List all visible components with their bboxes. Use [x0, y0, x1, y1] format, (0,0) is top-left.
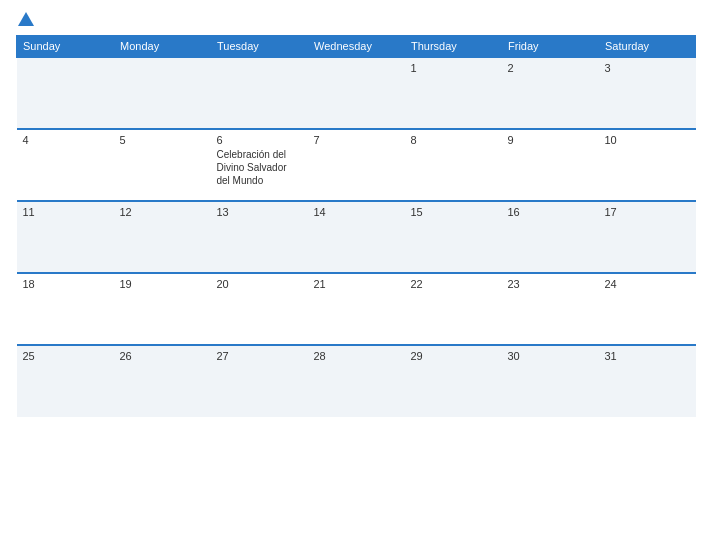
day-number: 2: [508, 62, 593, 74]
calendar-cell: 4: [17, 129, 114, 201]
calendar-cell: 25: [17, 345, 114, 417]
calendar-cell: 30: [502, 345, 599, 417]
day-number: 6: [217, 134, 302, 146]
calendar-cell: 15: [405, 201, 502, 273]
week-row-2: 456Celebración del Divino Salvador del M…: [17, 129, 696, 201]
day-number: 25: [23, 350, 108, 362]
calendar-cell: 26: [114, 345, 211, 417]
day-number: 23: [508, 278, 593, 290]
calendar-cell: 9: [502, 129, 599, 201]
calendar-cell: 29: [405, 345, 502, 417]
calendar-cell: [114, 57, 211, 129]
day-number: 15: [411, 206, 496, 218]
day-number: 16: [508, 206, 593, 218]
weekday-sunday: Sunday: [17, 36, 114, 58]
weekday-wednesday: Wednesday: [308, 36, 405, 58]
day-number: 24: [605, 278, 690, 290]
calendar-cell: 24: [599, 273, 696, 345]
day-number: 1: [411, 62, 496, 74]
day-number: 17: [605, 206, 690, 218]
day-number: 8: [411, 134, 496, 146]
day-number: 21: [314, 278, 399, 290]
calendar-cell: 19: [114, 273, 211, 345]
calendar-cell: 10: [599, 129, 696, 201]
day-number: 19: [120, 278, 205, 290]
calendar-table: SundayMondayTuesdayWednesdayThursdayFrid…: [16, 35, 696, 417]
day-number: 5: [120, 134, 205, 146]
calendar-cell: 22: [405, 273, 502, 345]
day-number: 3: [605, 62, 690, 74]
day-number: 4: [23, 134, 108, 146]
day-number: 29: [411, 350, 496, 362]
calendar-cell: 31: [599, 345, 696, 417]
calendar-cell: 3: [599, 57, 696, 129]
calendar-cell: 12: [114, 201, 211, 273]
calendar-cell: 17: [599, 201, 696, 273]
calendar-cell: 11: [17, 201, 114, 273]
weekday-friday: Friday: [502, 36, 599, 58]
weekday-tuesday: Tuesday: [211, 36, 308, 58]
calendar-cell: 28: [308, 345, 405, 417]
event-label: Celebración del Divino Salvador del Mund…: [217, 149, 287, 186]
calendar-cell: [211, 57, 308, 129]
calendar-page: SundayMondayTuesdayWednesdayThursdayFrid…: [0, 0, 712, 550]
day-number: 20: [217, 278, 302, 290]
day-number: 7: [314, 134, 399, 146]
logo: [16, 12, 34, 27]
calendar-cell: 5: [114, 129, 211, 201]
calendar-cell: [308, 57, 405, 129]
day-number: 9: [508, 134, 593, 146]
calendar-cell: 23: [502, 273, 599, 345]
calendar-cell: 7: [308, 129, 405, 201]
calendar-cell: 20: [211, 273, 308, 345]
day-number: 12: [120, 206, 205, 218]
day-number: 22: [411, 278, 496, 290]
calendar-cell: 14: [308, 201, 405, 273]
day-number: 13: [217, 206, 302, 218]
weekday-thursday: Thursday: [405, 36, 502, 58]
calendar-cell: 2: [502, 57, 599, 129]
calendar-cell: 27: [211, 345, 308, 417]
day-number: 31: [605, 350, 690, 362]
logo-triangle-icon: [18, 12, 34, 26]
week-row-1: 123: [17, 57, 696, 129]
calendar-cell: 16: [502, 201, 599, 273]
day-number: 27: [217, 350, 302, 362]
weekday-monday: Monday: [114, 36, 211, 58]
day-number: 10: [605, 134, 690, 146]
calendar-cell: 21: [308, 273, 405, 345]
week-row-4: 18192021222324: [17, 273, 696, 345]
week-row-3: 11121314151617: [17, 201, 696, 273]
weekday-header-row: SundayMondayTuesdayWednesdayThursdayFrid…: [17, 36, 696, 58]
day-number: 11: [23, 206, 108, 218]
calendar-cell: 13: [211, 201, 308, 273]
calendar-cell: [17, 57, 114, 129]
calendar-cell: 6Celebración del Divino Salvador del Mun…: [211, 129, 308, 201]
day-number: 14: [314, 206, 399, 218]
day-number: 28: [314, 350, 399, 362]
day-number: 26: [120, 350, 205, 362]
calendar-cell: 1: [405, 57, 502, 129]
header: [16, 12, 696, 27]
week-row-5: 25262728293031: [17, 345, 696, 417]
calendar-cell: 8: [405, 129, 502, 201]
weekday-saturday: Saturday: [599, 36, 696, 58]
calendar-cell: 18: [17, 273, 114, 345]
day-number: 30: [508, 350, 593, 362]
day-number: 18: [23, 278, 108, 290]
